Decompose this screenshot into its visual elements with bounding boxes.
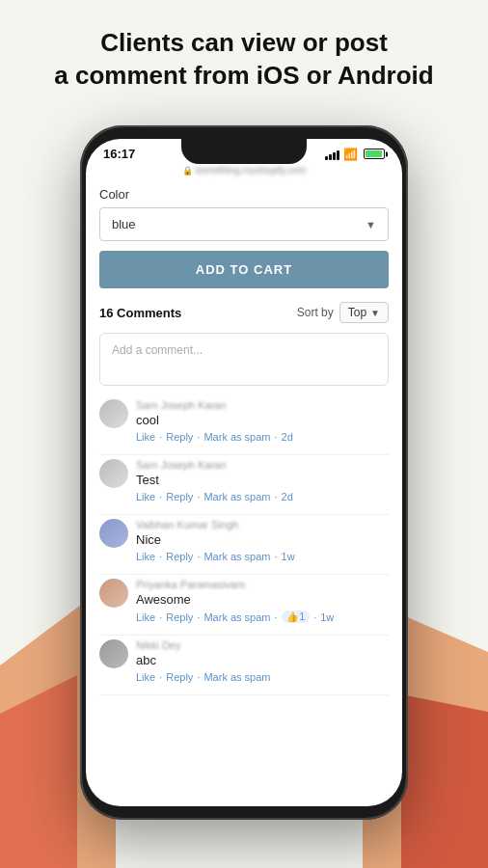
avatar bbox=[99, 579, 128, 608]
like-action[interactable]: Like bbox=[136, 611, 155, 623]
avatar-image bbox=[99, 519, 128, 548]
comment-actions: Like · Reply · Mark as spam bbox=[136, 671, 389, 683]
comment-body: Vaibhan Kumar Singh Nice Like · Reply · … bbox=[136, 519, 389, 562]
status-time: 16:17 bbox=[103, 147, 135, 161]
avatar-image bbox=[99, 579, 128, 608]
dot-separator: · bbox=[159, 671, 162, 683]
wifi-icon: 📶 bbox=[343, 148, 358, 161]
signal-bars-icon bbox=[325, 149, 339, 160]
color-select[interactable]: blue ▼ bbox=[99, 207, 389, 241]
comment-username: Priyanka Paramasivam bbox=[136, 579, 389, 590]
dot-separator: · bbox=[159, 551, 162, 562]
like-action[interactable]: Like bbox=[136, 551, 155, 562]
avatar bbox=[99, 399, 128, 428]
header-line1: Clients can view or post bbox=[100, 28, 388, 57]
spam-action[interactable]: Mark as spam bbox=[203, 491, 270, 502]
chevron-down-icon: ▼ bbox=[366, 219, 376, 231]
reply-action[interactable]: Reply bbox=[166, 611, 193, 623]
dot-separator: · bbox=[197, 551, 200, 562]
comment-body: Nikki Dey abc Like · Reply · Mark as spa… bbox=[136, 639, 389, 683]
dot-separator: · bbox=[197, 611, 200, 623]
sort-by-label: Sort by bbox=[297, 306, 334, 319]
like-action[interactable]: Like bbox=[136, 671, 155, 683]
phone-screen: 16:17 📶 🔒 something.myshopify.com bbox=[86, 139, 402, 806]
spam-action[interactable]: Mark as spam bbox=[203, 671, 270, 683]
signal-bar-3 bbox=[333, 152, 336, 160]
sort-dropdown[interactable]: Top ▼ bbox=[339, 302, 389, 323]
signal-bar-4 bbox=[337, 150, 339, 160]
avatar bbox=[99, 459, 128, 488]
battery-icon bbox=[364, 149, 385, 159]
comment-body: Sam Joseph Karan Test Like · Reply · Mar… bbox=[136, 459, 389, 502]
dot-separator: · bbox=[275, 611, 278, 623]
comment-item: Sam Joseph Karan cool Like · Reply · Mar… bbox=[99, 399, 389, 455]
comment-item: Vaibhan Kumar Singh Nice Like · Reply · … bbox=[99, 519, 389, 575]
phone-frame: 16:17 📶 🔒 something.myshopify.com bbox=[80, 125, 408, 820]
avatar-image bbox=[99, 399, 128, 428]
dot-separator: · bbox=[275, 551, 278, 562]
comment-text: cool bbox=[136, 413, 389, 427]
add-to-cart-button[interactable]: ADD TO CART bbox=[99, 251, 389, 288]
comment-username: Sam Joseph Karan bbox=[136, 399, 389, 411]
comment-actions: Like · Reply · Mark as spam · 👍 1 · 1w bbox=[136, 610, 389, 623]
battery-fill bbox=[366, 150, 382, 157]
header-line2: a comment from iOS or Android bbox=[54, 61, 433, 90]
status-icons: 📶 bbox=[325, 148, 385, 161]
dot-separator: · bbox=[159, 431, 162, 443]
comment-time: 2d bbox=[282, 431, 293, 443]
comment-text: abc bbox=[136, 653, 389, 667]
like-action[interactable]: Like bbox=[136, 491, 155, 502]
header-text: Clients can view or post a comment from … bbox=[0, 27, 488, 93]
like-action[interactable]: Like bbox=[136, 431, 155, 443]
dot-separator: · bbox=[197, 431, 200, 443]
comment-item: Nikki Dey abc Like · Reply · Mark as spa… bbox=[99, 639, 389, 695]
comment-body: Sam Joseph Karan cool Like · Reply · Mar… bbox=[136, 399, 389, 443]
comment-username: Nikki Dey bbox=[136, 639, 389, 651]
avatar bbox=[99, 639, 128, 668]
comment-actions: Like · Reply · Mark as spam · 2d bbox=[136, 431, 389, 443]
spam-action[interactable]: Mark as spam bbox=[203, 551, 270, 562]
bg-shape-right2 bbox=[401, 694, 488, 868]
reply-action[interactable]: Reply bbox=[166, 671, 193, 683]
comments-count: 16 Comments bbox=[99, 306, 181, 320]
comment-time: 2d bbox=[282, 491, 293, 502]
dot-separator: · bbox=[159, 611, 162, 623]
signal-bar-2 bbox=[329, 154, 332, 160]
comment-username: Vaibhan Kumar Singh bbox=[136, 519, 389, 530]
comments-header: 16 Comments Sort by Top ▼ bbox=[99, 302, 389, 323]
sort-by-container: Sort by Top ▼ bbox=[297, 302, 389, 323]
reply-action[interactable]: Reply bbox=[166, 551, 193, 562]
reply-action[interactable]: Reply bbox=[166, 431, 193, 443]
dot-separator: · bbox=[197, 491, 200, 502]
spam-action[interactable]: Mark as spam bbox=[203, 611, 270, 623]
comment-time: 1w bbox=[282, 551, 295, 562]
dot-separator: · bbox=[313, 611, 316, 623]
sort-value: Top bbox=[348, 306, 366, 319]
avatar-image bbox=[99, 459, 128, 488]
sort-chevron-down-icon: ▼ bbox=[370, 308, 380, 318]
content-area[interactable]: Color blue ▼ ADD TO CART 16 Comments Sor… bbox=[86, 177, 402, 791]
dot-separator: · bbox=[275, 431, 278, 443]
comment-username: Sam Joseph Karan bbox=[136, 459, 389, 471]
spam-action[interactable]: Mark as spam bbox=[203, 431, 270, 443]
avatar bbox=[99, 519, 128, 548]
comment-item: Priyanka Paramasivam Awesome Like · Repl… bbox=[99, 579, 389, 636]
phone-notch bbox=[181, 139, 307, 164]
comment-text: Nice bbox=[136, 532, 389, 547]
comment-input[interactable]: Add a comment... bbox=[99, 333, 389, 386]
signal-bar-1 bbox=[325, 156, 328, 160]
avatar-image bbox=[99, 639, 128, 668]
comment-actions: Like · Reply · Mark as spam · 1w bbox=[136, 551, 389, 562]
lock-icon: 🔒 bbox=[182, 166, 193, 176]
url-text: something.myshopify.com bbox=[196, 165, 307, 176]
comment-item: Sam Joseph Karan Test Like · Reply · Mar… bbox=[99, 459, 389, 515]
comments-list: Sam Joseph Karan cool Like · Reply · Mar… bbox=[99, 399, 389, 699]
color-label: Color bbox=[99, 187, 389, 202]
dot-separator: · bbox=[197, 671, 200, 683]
comment-time: 1w bbox=[320, 611, 334, 623]
comment-actions: Like · Reply · Mark as spam · 2d bbox=[136, 491, 389, 502]
color-value: blue bbox=[112, 217, 136, 231]
reply-action[interactable]: Reply bbox=[166, 491, 193, 502]
dot-separator: · bbox=[275, 491, 278, 502]
url-bar: 🔒 something.myshopify.com bbox=[86, 163, 402, 177]
